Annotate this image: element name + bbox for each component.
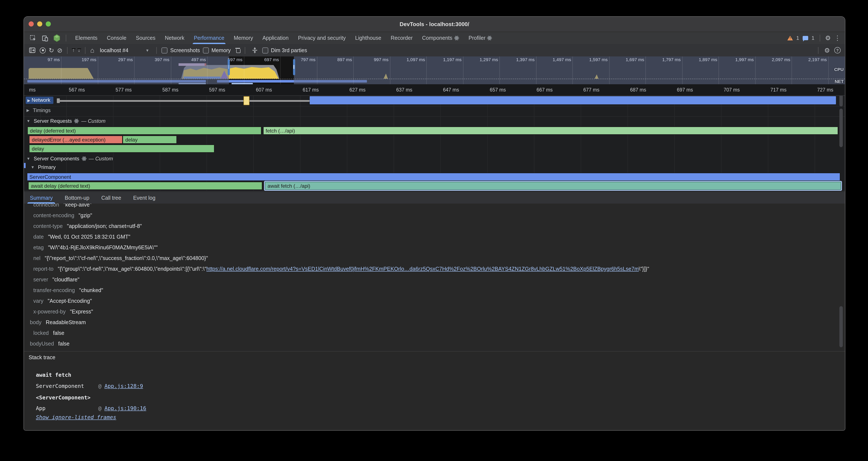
event-bar-servercomponent[interactable]: ServerComponent [27, 173, 840, 181]
ruler-label: 687 ms [630, 84, 646, 95]
flame-chart-tracks[interactable]: ▶Network ▶Timings ▼Server Requests — Cus… [24, 96, 845, 196]
network-request-marker[interactable] [244, 96, 249, 105]
report-to-link[interactable]: https://a.nel.cloudflare.com/report/v4?s… [206, 266, 639, 272]
save-profile-icon[interactable]: ↓ [78, 48, 80, 53]
tab-call-tree[interactable]: Call tree [101, 192, 121, 204]
overview-time-label: 1,797 ms [662, 57, 682, 62]
collapse-icon[interactable] [250, 46, 259, 55]
property-key: locked [33, 330, 49, 336]
warning-icon[interactable]: ! [787, 36, 793, 40]
tab-lighthouse[interactable]: Lighthouse [350, 32, 386, 44]
tab-network[interactable]: Network [160, 32, 189, 44]
record-and-reload-icon[interactable]: ↻ [49, 47, 54, 54]
frame-location-link[interactable]: App.js:128:9 [104, 383, 143, 389]
tab-label: Sources [136, 35, 155, 41]
tracks-scrollbar-thumb[interactable] [839, 96, 843, 107]
tab-memory[interactable]: Memory [229, 32, 258, 44]
tab-components[interactable]: Components [417, 32, 464, 44]
frame-at: @ [98, 405, 101, 411]
event-bar-await-delay-deferred-text[interactable]: await delay (deferred text) [28, 182, 262, 190]
history-select[interactable]: localhost #4 ▼ [97, 47, 152, 53]
memory-checkbox-group[interactable]: Memory [203, 47, 231, 53]
event-bar-delayederror-ayed-exception[interactable]: delayedError (…ayed exception) [29, 136, 123, 144]
live-metrics-home-icon[interactable]: ⌂ [90, 47, 94, 54]
response-properties: connection"keep-alive"content-encoding"g… [24, 200, 835, 349]
event-bar-delay-deferred-text[interactable]: delay (deferred text) [27, 126, 261, 135]
screenshots-checkbox-group[interactable]: Screenshots [162, 47, 200, 53]
dim-3rd-parties-checkbox[interactable] [262, 47, 268, 53]
timings-track-label[interactable]: ▶Timings [27, 107, 51, 113]
primary-lane-header[interactable]: ▼Primary [31, 164, 56, 170]
server-requests-row[interactable]: delay [24, 145, 845, 153]
property-value: ReadableStream [46, 319, 86, 325]
tab-profiler[interactable]: Profiler [464, 32, 497, 44]
inspect-element-icon[interactable] [28, 33, 38, 43]
summary-panel: SummaryBottom-upCall treeEvent log conne… [24, 192, 845, 430]
overview-time-label: 597 ms [228, 57, 244, 62]
tab-performance[interactable]: Performance [189, 32, 229, 44]
tab-bottom-up[interactable]: Bottom-up [65, 192, 89, 204]
tab-event-log[interactable]: Event log [133, 192, 155, 204]
server-requests-row[interactable]: delay (deferred text)fetch (…/api) [24, 126, 845, 135]
devtools-window: DevTools - localhost:3000/ [24, 16, 845, 431]
tab-application[interactable]: Application [258, 32, 293, 44]
event-bar-fetch-api[interactable]: fetch (…/api) [263, 126, 838, 135]
timings-track[interactable]: ▶Timings [24, 107, 845, 115]
selection-handle-right[interactable] [293, 59, 295, 75]
server-requests-track-header[interactable]: ▼Server Requests — Custom [27, 118, 105, 124]
server-requests-row[interactable]: delayedError (…ayed exception)delay [24, 136, 845, 144]
record-button[interactable] [40, 47, 46, 53]
tab-summary[interactable]: Summary [30, 192, 53, 204]
show-ignore-listed-frames-link[interactable]: Show ignore-listed frames [36, 414, 116, 421]
help-icon[interactable]: ? [834, 47, 841, 54]
selection-handle-left[interactable] [228, 59, 230, 75]
tab-privacy-and-security[interactable]: Privacy and security [293, 32, 350, 44]
frame-function: ServerComponent [36, 381, 98, 391]
capture-settings-gear-icon[interactable]: ⚙ [824, 47, 830, 54]
kebab-menu-icon[interactable]: ⋮ [834, 34, 841, 42]
screenshots-checkbox[interactable] [162, 47, 168, 53]
toggle-sidebar-icon[interactable] [27, 46, 37, 55]
ruler-label: 727 ms [817, 84, 833, 95]
frame-function: App [36, 403, 98, 413]
dim-3rd-parties-checkbox-group[interactable]: Dim 3rd parties [262, 47, 307, 53]
collect-garbage-icon[interactable] [236, 48, 240, 53]
event-bar-delay[interactable]: delay [29, 145, 214, 153]
timeline-ruler: ms567 ms577 ms587 ms597 ms607 ms617 ms62… [24, 84, 845, 96]
memory-checkbox[interactable] [203, 47, 209, 53]
ruler-label: 567 ms [69, 84, 85, 95]
server-components-track-header[interactable]: ▼Server Components — Custom [27, 156, 113, 162]
network-request-bar[interactable] [310, 96, 836, 104]
event-bar-await-fetch-api[interactable]: await fetch (…/api) [265, 182, 841, 190]
overview-time-label: 1,897 ms [699, 57, 718, 62]
tab-elements[interactable]: Elements [70, 32, 102, 44]
tab-label: Lighthouse [355, 35, 381, 41]
summary-scrollbar-thumb[interactable] [839, 306, 843, 347]
tab-sources[interactable]: Sources [131, 32, 160, 44]
tracks-scrollbar-thumb[interactable] [839, 109, 843, 147]
clear-recording-icon[interactable]: ⊘ [57, 47, 62, 54]
property-row-server: server"cloudflare" [24, 275, 835, 285]
issues-bubble-icon[interactable] [803, 36, 808, 40]
frame-location-link[interactable]: App.js:190:16 [104, 405, 146, 411]
chevron-down-icon: ▼ [146, 48, 149, 52]
extension-hexagon-icon[interactable] [52, 33, 62, 43]
server-components-row[interactable]: await delay (deferred text)await fetch (… [24, 182, 845, 190]
overview-time-label: 2,197 ms [808, 57, 828, 62]
event-bar-delay[interactable]: delay [123, 136, 177, 144]
network-track[interactable]: ▶Network [24, 96, 845, 106]
device-toolbar-icon[interactable] [40, 33, 50, 43]
tab-recorder[interactable]: Recorder [386, 32, 417, 44]
devtools-tab-bar: ElementsConsoleSourcesNetworkPerformance… [24, 32, 845, 44]
property-key: transfer-encoding [33, 287, 75, 293]
tab-console[interactable]: Console [102, 32, 131, 44]
property-key: etag [33, 244, 44, 251]
load-profile-icon[interactable]: ↑ [72, 48, 75, 53]
settings-gear-icon[interactable]: ⚙ [825, 34, 831, 42]
performance-toolbar: ↻ ⊘ ↑ ↓ ⌂ localhost #4 ▼ Screenshots [24, 44, 845, 57]
timeline-overview[interactable]: 97 ms197 ms297 ms397 ms497 ms597 ms697 m… [24, 56, 845, 84]
overview-gridline [463, 56, 463, 84]
ruler-label: 657 ms [490, 84, 506, 95]
server-components-row[interactable]: ServerComponent [24, 173, 845, 181]
network-track-label[interactable]: ▶Network [26, 97, 53, 104]
